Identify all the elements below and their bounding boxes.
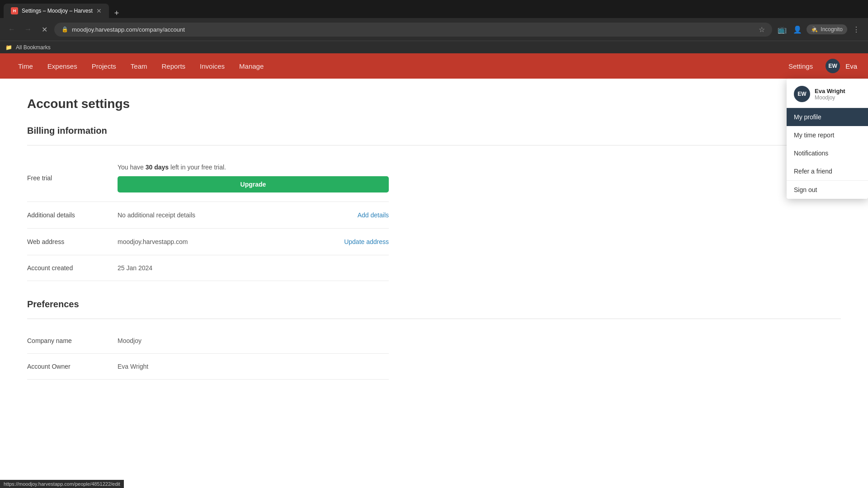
browser-chrome: H Settings – Moodjoy – Harvest ✕ + ← → ✕… — [0, 0, 868, 41]
web-address-value: moodjoy.harvestapp.com — [118, 238, 344, 245]
nav-team[interactable]: Team — [123, 53, 155, 79]
bookmarks-label[interactable]: All Bookmarks — [16, 44, 51, 51]
forward-button[interactable]: → — [22, 23, 34, 36]
preferences-divider — [27, 319, 841, 319]
dropdown-user-org: Moodjoy — [815, 94, 845, 101]
browser-toolbar: ← → ✕ 🔒 moodjoy.harvestapp.com/company/a… — [0, 18, 868, 41]
user-name-button[interactable]: Eva — [845, 62, 857, 70]
nav-projects[interactable]: Projects — [85, 53, 123, 79]
upgrade-button[interactable]: Upgrade — [118, 176, 389, 192]
bookmarks-bar: 📁 All Bookmarks — [0, 41, 868, 53]
dropdown-menu: EW Eva Wright Moodjoy My profile My time… — [787, 79, 868, 199]
nav-right: Settings EW Eva — [781, 53, 857, 79]
billing-divider — [27, 145, 841, 145]
company-name-value: Moodjoy — [118, 337, 389, 344]
back-button[interactable]: ← — [5, 23, 18, 36]
dropdown-item-refer-a-friend[interactable]: Refer a friend — [787, 162, 868, 180]
status-bar: https://moodjoy.harvestapp.com/people/48… — [0, 480, 124, 488]
toolbar-actions: 📺 👤 🕵 Incognito ⋮ — [776, 23, 863, 36]
update-address-action[interactable]: Update address — [344, 238, 389, 246]
main-content: Account settings Billing information Fre… — [0, 79, 868, 488]
dropdown-avatar: EW — [794, 86, 810, 102]
menu-icon[interactable]: ⋮ — [850, 23, 863, 36]
cast-icon[interactable]: 📺 — [776, 23, 788, 36]
account-created-label: Account created — [27, 264, 118, 272]
bookmark-icon[interactable]: ☆ — [759, 25, 765, 34]
profile-icon[interactable]: 👤 — [791, 23, 804, 36]
update-address-link[interactable]: Update address — [344, 238, 389, 245]
dropdown-item-my-profile[interactable]: My profile — [787, 108, 868, 126]
web-address-label: Web address — [27, 238, 118, 245]
nav-manage[interactable]: Manage — [232, 53, 271, 79]
page-title: Account settings — [27, 97, 841, 111]
incognito-badge: 🕵 Incognito — [807, 24, 847, 34]
company-name-row: Company name Moodjoy — [27, 328, 389, 354]
dropdown-item-sign-out[interactable]: Sign out — [787, 181, 868, 199]
free-trial-label: Free trial — [27, 174, 118, 182]
nav-time[interactable]: Time — [11, 53, 40, 79]
add-details-link[interactable]: Add details — [358, 211, 389, 219]
company-name-label: Company name — [27, 337, 118, 344]
lock-icon: 🔒 — [61, 26, 68, 33]
dropdown-user-info: Eva Wright Moodjoy — [815, 88, 845, 101]
nav-expenses[interactable]: Expenses — [40, 53, 85, 79]
days-bold: 30 days — [146, 164, 169, 171]
nav-invoices[interactable]: Invoices — [193, 53, 232, 79]
new-tab-button[interactable]: + — [111, 9, 123, 18]
tab-title: Settings – Moodjoy – Harvest — [22, 8, 93, 14]
additional-details-row: Additional details No additional receipt… — [27, 202, 389, 229]
reload-button[interactable]: ✕ — [38, 23, 51, 36]
incognito-label: Incognito — [821, 26, 843, 33]
app-nav: Time Expenses Projects Team Reports Invo… — [0, 53, 868, 79]
dropdown-item-notifications[interactable]: Notifications — [787, 144, 868, 162]
account-created-row: Account created 25 Jan 2024 — [27, 255, 389, 281]
dropdown-header: EW Eva Wright Moodjoy — [787, 79, 868, 108]
browser-tabs: H Settings – Moodjoy – Harvest ✕ + — [0, 0, 868, 18]
address-text: moodjoy.harvestapp.com/company/account — [72, 26, 755, 33]
billing-section-title: Billing information — [27, 126, 841, 136]
incognito-icon: 🕵 — [811, 26, 818, 33]
preferences-section-title: Preferences — [27, 299, 841, 310]
account-owner-value: Eva Wright — [118, 363, 389, 370]
dropdown-item-my-time-report[interactable]: My time report — [787, 126, 868, 144]
additional-details-value: No additional receipt details — [118, 211, 358, 219]
tab-favicon: H — [11, 7, 18, 14]
free-trial-text: You have 30 days left in your free trial… — [118, 164, 389, 171]
add-details-action[interactable]: Add details — [358, 211, 389, 219]
dropdown-user-name: Eva Wright — [815, 88, 845, 94]
active-tab[interactable]: H Settings – Moodjoy – Harvest ✕ — [4, 4, 109, 18]
free-trial-value: You have 30 days left in your free trial… — [118, 164, 389, 192]
preferences-section: Preferences Company name Moodjoy Account… — [27, 299, 841, 380]
tab-close-button[interactable]: ✕ — [96, 7, 102, 14]
free-trial-suffix: left in your free trial. — [169, 164, 226, 171]
account-created-value: 25 Jan 2024 — [118, 264, 389, 272]
additional-details-label: Additional details — [27, 211, 118, 219]
bookmarks-folder-icon: 📁 — [5, 44, 12, 51]
account-owner-row: Account Owner Eva Wright — [27, 354, 389, 380]
nav-reports[interactable]: Reports — [155, 53, 193, 79]
settings-link[interactable]: Settings — [781, 53, 820, 79]
web-address-row: Web address moodjoy.harvestapp.com Updat… — [27, 229, 389, 255]
app-nav-container: Time Expenses Projects Team Reports Invo… — [0, 53, 868, 79]
free-trial-row: Free trial You have 30 days left in your… — [27, 155, 389, 202]
account-owner-label: Account Owner — [27, 363, 118, 370]
address-bar[interactable]: 🔒 moodjoy.harvestapp.com/company/account… — [54, 23, 772, 37]
user-avatar[interactable]: EW — [826, 59, 840, 73]
status-url: https://moodjoy.harvestapp.com/people/48… — [4, 481, 120, 487]
